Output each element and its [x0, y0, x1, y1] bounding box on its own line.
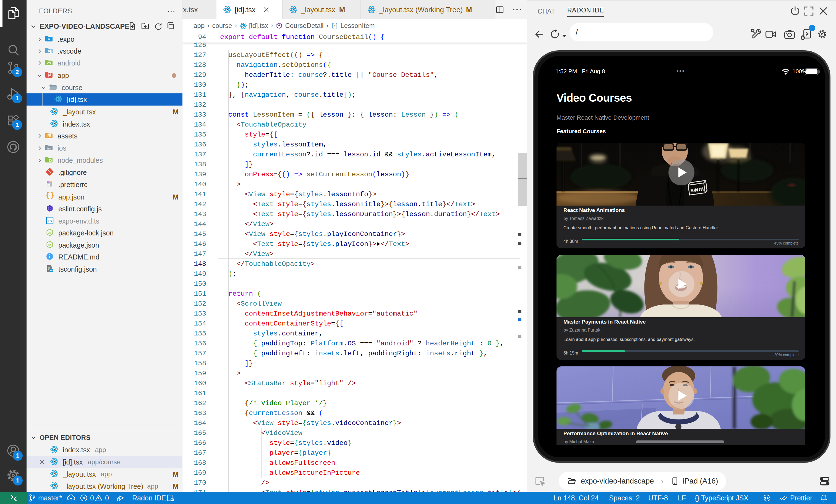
svg-text:ios: ios — [47, 147, 51, 150]
svg-text:TS: TS — [48, 219, 52, 223]
svg-text:JS: JS — [48, 244, 52, 247]
svg-text:JS: JS — [48, 231, 52, 234]
svg-text:TS: TS — [50, 269, 53, 272]
